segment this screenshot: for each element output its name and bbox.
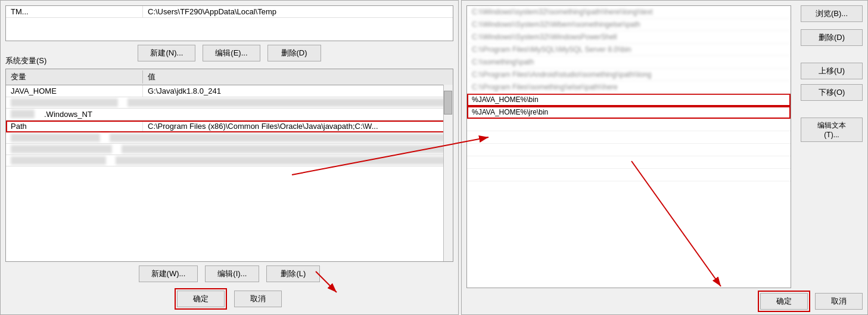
user-var-name-tmp: TM... bbox=[6, 6, 143, 17]
right-moveup-button[interactable]: 上移(U) bbox=[801, 63, 863, 79]
var-path: Path bbox=[6, 121, 143, 132]
right-list-item-blur-3[interactable]: C:\\Windows\\System32\\WindowsPowerShell bbox=[467, 31, 791, 44]
table-row-blurred-2[interactable] bbox=[6, 132, 453, 144]
table-row-os[interactable]: .Windows_NT bbox=[6, 109, 453, 121]
scrollbar-thumb[interactable] bbox=[444, 91, 452, 115]
var-os bbox=[11, 110, 35, 118]
right-list-item-empty-4[interactable] bbox=[467, 156, 791, 169]
right-list-item-java-bin[interactable]: %JAVA_HOME%\bin bbox=[467, 94, 791, 106]
header-var-col: 变量 bbox=[6, 70, 143, 84]
table-row-path[interactable]: Path C:\Program Files (x86)\Common Files… bbox=[6, 121, 453, 132]
val-blurred-3 bbox=[122, 145, 448, 153]
system-new-button[interactable]: 新建(W)... bbox=[139, 265, 198, 282]
left-bottom-buttons: 确定 取消 bbox=[5, 286, 453, 310]
table-row-blurred-1[interactable] bbox=[6, 97, 453, 109]
right-browse-button[interactable]: 浏览(B)... bbox=[801, 5, 863, 22]
system-vars-label: 系统变量(S) bbox=[5, 55, 453, 66]
system-vars-table: 变量 值 JAVA_HOME G:\Java\jdk1.8.0_241 bbox=[5, 69, 453, 262]
user-var-row-tmp[interactable]: TM... C:\Users\TF290\AppData\Local\Temp bbox=[6, 6, 453, 18]
right-list-item-blur-5[interactable]: C:\\something\\path bbox=[467, 56, 791, 69]
header-val-col: 值 bbox=[143, 70, 453, 84]
right-list-item-empty-1[interactable] bbox=[467, 119, 791, 131]
right-delete-button[interactable]: 删除(D) bbox=[801, 29, 863, 46]
right-list-item-empty-5[interactable] bbox=[467, 169, 791, 181]
system-edit-button[interactable]: 编辑(I)... bbox=[205, 265, 259, 282]
main-container: TM... C:\Users\TF290\AppData\Local\Temp … bbox=[0, 0, 868, 315]
right-list-item-blur-1[interactable]: C:\\Windows\\system32\\something\\path\\… bbox=[467, 6, 791, 18]
right-buttons-panel: 浏览(B)... 删除(D) 上移(U) 下移(O) 编辑文本(T)... bbox=[796, 1, 867, 288]
right-panel: C:\\Windows\\system32\\something\\path\\… bbox=[461, 0, 868, 315]
var-blurred-3 bbox=[11, 145, 112, 153]
right-list-item-empty-3[interactable] bbox=[467, 144, 791, 156]
system-table-body: JAVA_HOME G:\Java\jdk1.8.0_241 .Windows_… bbox=[6, 85, 453, 262]
var-blurred-4 bbox=[11, 156, 106, 165]
right-bottom-buttons: 确定 取消 bbox=[462, 288, 867, 314]
var-blurred-1 bbox=[11, 98, 118, 107]
table-row-blurred-4[interactable] bbox=[6, 155, 453, 166]
system-table-header: 变量 值 bbox=[6, 69, 453, 85]
system-delete-button[interactable]: 删除(L) bbox=[266, 265, 320, 282]
right-list-container: C:\\Windows\\system32\\something\\path\\… bbox=[466, 5, 791, 288]
table-row-javahome[interactable]: JAVA_HOME G:\Java\jdk1.8.0_241 bbox=[6, 85, 453, 97]
right-movedown-button[interactable]: 下移(O) bbox=[801, 84, 863, 101]
right-cancel-button[interactable]: 取消 bbox=[815, 293, 863, 310]
val-javahome: G:\Java\jdk1.8.0_241 bbox=[143, 85, 453, 97]
scrollbar-track[interactable] bbox=[443, 85, 453, 261]
right-list-item-blur-7[interactable]: C:\\Program Files\\something\\else\\path… bbox=[467, 81, 791, 94]
left-cancel-button[interactable]: 取消 bbox=[234, 291, 282, 307]
val-path: C:\Program Files (x86)\Common Files\Orac… bbox=[143, 121, 453, 132]
right-edittext-button[interactable]: 编辑文本(T)... bbox=[801, 118, 863, 142]
right-content: C:\\Windows\\system32\\something\\path\\… bbox=[462, 1, 867, 288]
table-row-blurred-3[interactable] bbox=[6, 144, 453, 155]
left-panel: TM... C:\Users\TF290\AppData\Local\Temp … bbox=[0, 0, 459, 315]
val-blurred-1 bbox=[127, 98, 448, 107]
var-javahome: JAVA_HOME bbox=[6, 85, 143, 97]
right-panel-inner: C:\\Windows\\system32\\something\\path\\… bbox=[462, 1, 867, 314]
val-blurred-4 bbox=[116, 156, 448, 165]
system-buttons-row: 新建(W)... 编辑(I)... 删除(L) bbox=[5, 265, 453, 282]
user-vars-section: TM... C:\Users\TF290\AppData\Local\Temp … bbox=[5, 5, 453, 53]
right-list-item-blur-2[interactable]: C:\\Windows\\System32\\Wbem\\somethingel… bbox=[467, 18, 791, 31]
right-list-item-blur-6[interactable]: C:\\Program Files\\Android\\studio\\some… bbox=[467, 69, 791, 81]
right-list-item-empty-2[interactable] bbox=[467, 131, 791, 144]
right-list-item-java-jre-bin[interactable]: %JAVA_HOME%\jre\bin bbox=[467, 106, 791, 119]
val-blurred-2 bbox=[110, 134, 448, 142]
right-list-item-blur-4[interactable]: C:\\Program Files\\MySQL\\MySQL Server 8… bbox=[467, 44, 791, 56]
right-ok-button[interactable]: 确定 bbox=[760, 293, 808, 310]
user-var-val-tmp: C:\Users\TF290\AppData\Local\Temp bbox=[143, 6, 453, 17]
system-vars-section: 系统变量(S) 变量 值 JAVA_HOME G:\Java\jdk1.8.0_… bbox=[5, 55, 453, 286]
var-blurred-2 bbox=[11, 134, 100, 142]
val-os: .Windows_NT bbox=[39, 109, 453, 120]
left-ok-button[interactable]: 确定 bbox=[177, 291, 225, 307]
